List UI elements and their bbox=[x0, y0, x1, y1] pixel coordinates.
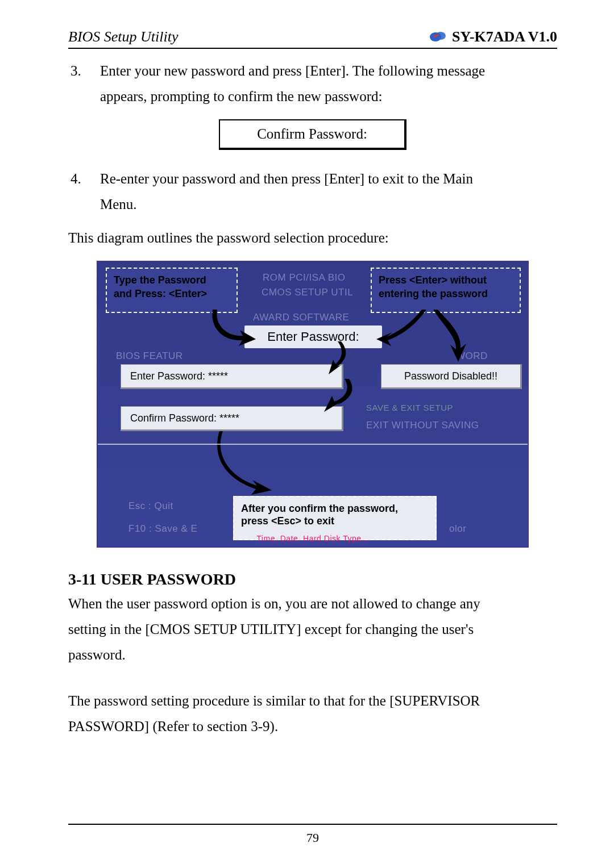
brand-logo-icon bbox=[428, 30, 447, 44]
wm-esc: Esc : Quit bbox=[128, 500, 173, 512]
hint-tl-line1: Type the Password bbox=[114, 273, 230, 287]
hint-tl-line2: and Press: <Enter> bbox=[114, 287, 230, 301]
hint-tr-line2: entering the password bbox=[379, 287, 513, 301]
list-item-3: 3. Enter your new password and press [En… bbox=[68, 58, 557, 109]
password-disabled-label: Password Disabled!! bbox=[404, 370, 497, 382]
item3-line1: Enter your new password and press [Enter… bbox=[100, 63, 485, 78]
password-disabled-field: Password Disabled!! bbox=[381, 364, 522, 389]
wm-award: AWARD SOFTWARE bbox=[253, 312, 349, 323]
wm-word: WORD bbox=[456, 350, 488, 362]
enter-password-title: Enter Password: bbox=[244, 326, 382, 348]
section-heading: 3-11 USER PASSWORD bbox=[68, 570, 557, 589]
hint-tr-line1: Press <Enter> without bbox=[379, 273, 513, 287]
wm-exit-wo: EXIT WITHOUT SAVING bbox=[366, 420, 479, 431]
header-model: SY-K7ADA V1.0 bbox=[452, 28, 557, 45]
section-paragraph-1: When the user password option is on, you… bbox=[68, 591, 557, 667]
arrow-icon bbox=[376, 310, 479, 355]
enter-password-field: Enter Password: ***** bbox=[121, 364, 343, 389]
diagram-divider bbox=[98, 444, 528, 445]
sec-p1a: When the user password option is on, you… bbox=[68, 596, 480, 611]
hint-bm-line2: press <Esc> to exit bbox=[241, 515, 429, 527]
hint-press-enter-empty: Press <Enter> without entering the passw… bbox=[371, 268, 521, 313]
diagram-intro: This diagram outlines the password selec… bbox=[68, 225, 557, 251]
wm-footer: Time, Date, Hard Disk Type... bbox=[256, 534, 368, 543]
section-paragraph-2: The password setting procedure is simila… bbox=[68, 688, 557, 739]
sec-p1b: setting in the [CMOS SETUP UTILITY] exce… bbox=[68, 621, 474, 637]
list-num-4: 4. bbox=[70, 166, 100, 217]
list-num-3: 3. bbox=[70, 58, 100, 109]
wm-rom: ROM PCI/ISA BIO bbox=[263, 272, 345, 283]
header-left: BIOS Setup Utility bbox=[68, 28, 179, 45]
item4-line2: Menu. bbox=[100, 197, 137, 212]
wm-f10: F10 : Save & E bbox=[128, 523, 197, 535]
list-content-4: Re-enter your password and then press [E… bbox=[100, 166, 557, 217]
wm-save-exit: SAVE & EXIT SETUP bbox=[366, 403, 453, 412]
header-right: SY-K7ADA V1.0 bbox=[428, 28, 557, 45]
hint-type-password: Type the Password and Press: <Enter> bbox=[106, 268, 238, 313]
enter-password-field-label: Enter Password: ***** bbox=[130, 370, 228, 382]
page-header: BIOS Setup Utility SY-K7ADA V1.0 bbox=[68, 28, 557, 49]
page-number: 79 bbox=[306, 831, 319, 845]
arrow-icon bbox=[217, 431, 285, 496]
hint-bm-line1: After you confirm the password, bbox=[241, 502, 429, 515]
arrow-icon bbox=[376, 310, 445, 361]
sec-p2b: PASSWORD] (Refer to section 3-9). bbox=[68, 719, 278, 734]
list-item-4: 4. Re-enter your password and then press… bbox=[68, 166, 557, 217]
confirm-password-field: Confirm Password: ***** bbox=[121, 406, 343, 431]
password-procedure-diagram: ROM PCI/ISA BIO CMOS SETUP UTIL AWARD SO… bbox=[97, 261, 529, 548]
wm-bios-feat: BIOS FEATUR bbox=[116, 350, 183, 362]
item4-line1: Re-enter your password and then press [E… bbox=[100, 171, 473, 186]
sec-p2a: The password setting procedure is simila… bbox=[68, 693, 480, 708]
confirm-password-box: Confirm Password: bbox=[219, 119, 406, 150]
wm-olor: olor bbox=[449, 523, 466, 535]
sec-p1c: password. bbox=[68, 647, 126, 662]
item3-line2: appears, prompting to confirm the new pa… bbox=[100, 89, 382, 104]
wm-cmos: CMOS SETUP UTIL bbox=[262, 287, 353, 298]
list-content-3: Enter your new password and press [Enter… bbox=[100, 58, 557, 109]
confirm-password-field-label: Confirm Password: ***** bbox=[130, 412, 239, 424]
page-footer: 79 bbox=[68, 824, 557, 845]
